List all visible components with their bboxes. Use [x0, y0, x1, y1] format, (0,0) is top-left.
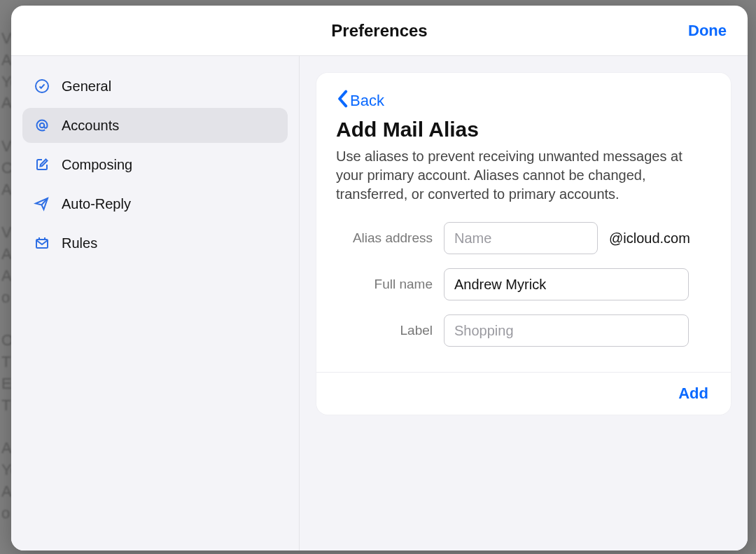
add-button[interactable]: Add: [674, 384, 713, 403]
compose-icon: [34, 156, 50, 173]
chevron-left-icon: [336, 90, 349, 112]
modal-title: Preferences: [331, 21, 427, 41]
card-footer: Add: [316, 372, 731, 415]
alias-address-row: Alias address @icloud.com: [336, 222, 711, 254]
sidebar-item-label: Composing: [62, 157, 132, 173]
checkmark-circle-icon: [34, 78, 50, 95]
modal-header: Preferences Done: [11, 6, 748, 56]
alias-address-input[interactable]: [444, 222, 598, 254]
at-sign-icon: [34, 117, 50, 134]
sidebar-item-composing[interactable]: Composing: [22, 147, 288, 182]
sidebar-item-rules[interactable]: Rules: [22, 226, 288, 261]
full-name-row: Full name: [336, 268, 711, 300]
card-body: Back Add Mail Alias Use aliases to preve…: [316, 73, 731, 372]
sidebar-item-auto-reply[interactable]: Auto-Reply: [22, 186, 288, 221]
label-field-label: Label: [336, 323, 433, 338]
label-input[interactable]: [444, 314, 689, 347]
add-alias-card: Back Add Mail Alias Use aliases to preve…: [316, 73, 731, 415]
back-button[interactable]: Back: [336, 90, 711, 112]
modal-body: General Accounts: [11, 56, 748, 550]
label-row: Label: [336, 314, 711, 347]
preferences-modal: Preferences Done General: [11, 6, 748, 550]
sidebar-item-accounts[interactable]: Accounts: [22, 108, 288, 143]
domain-suffix: @icloud.com: [609, 230, 690, 247]
card-title: Add Mail Alias: [336, 118, 711, 141]
alias-address-label: Alias address: [336, 230, 433, 246]
envelope-settings-icon: [34, 235, 50, 251]
paper-plane-icon: [34, 195, 50, 212]
main-panel: Back Add Mail Alias Use aliases to preve…: [300, 56, 748, 550]
full-name-label: Full name: [336, 277, 433, 292]
sidebar-item-label: Auto-Reply: [62, 196, 131, 212]
backdrop: VAYoApVCAVAAoOTETAYoAo Preferences Done …: [0, 0, 756, 554]
sidebar-item-general[interactable]: General: [22, 69, 288, 104]
sidebar: General Accounts: [11, 56, 300, 550]
sidebar-item-label: Rules: [62, 235, 97, 251]
sidebar-item-label: General: [62, 78, 111, 95]
sidebar-item-label: Accounts: [62, 118, 119, 134]
done-button[interactable]: Done: [684, 21, 731, 41]
full-name-input[interactable]: [444, 268, 689, 300]
back-label: Back: [350, 92, 384, 110]
card-description: Use aliases to prevent receiving unwante…: [336, 147, 700, 204]
